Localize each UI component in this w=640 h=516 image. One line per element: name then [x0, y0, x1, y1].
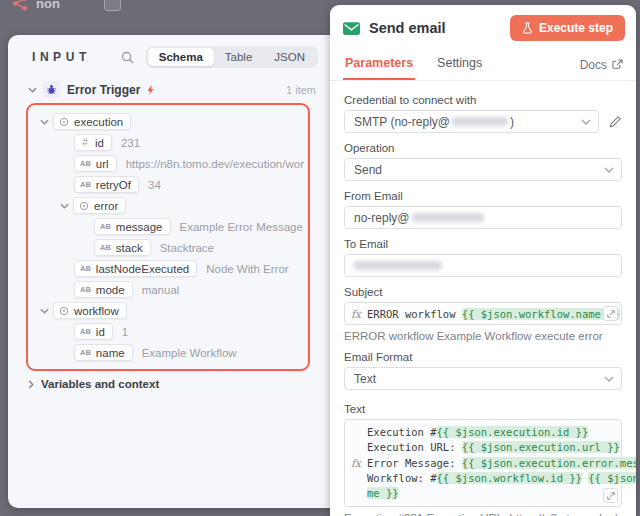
schema-value: Example Workflow	[142, 347, 237, 359]
execute-step-label: Execute step	[539, 21, 613, 35]
input-view-tab-json[interactable]: JSON	[263, 48, 316, 66]
chevron-down-icon	[604, 167, 614, 173]
text-label: Text	[344, 403, 622, 415]
expression-text: execute erro	[620, 308, 622, 320]
to-email-input[interactable]	[344, 254, 622, 277]
string-type-icon: AB	[80, 348, 91, 357]
schema-value: manual	[142, 284, 180, 296]
input-panel: INPUT SchemaTableJSON Error Trigger 1 it…	[8, 35, 330, 508]
expression-text: Error Message:	[367, 457, 462, 469]
chevron-down-icon[interactable]	[60, 203, 69, 209]
lightning-bolt-icon	[146, 84, 155, 96]
string-type-icon: AB	[80, 180, 91, 189]
execute-step-button[interactable]: Execute step	[510, 15, 625, 41]
input-header: INPUT SchemaTableJSON	[8, 35, 330, 72]
chevron-down-icon[interactable]	[40, 308, 49, 314]
docs-link[interactable]: Docs	[580, 58, 623, 72]
subject-expression-input[interactable]: fx ERROR workflow {{ $json.workflow.name…	[344, 302, 622, 325]
item-count: 1 item	[286, 84, 316, 96]
schema-item-stack[interactable]: ABstackStacktrace	[34, 237, 304, 258]
schema-key-pill[interactable]: workflow	[53, 302, 127, 319]
string-type-icon: AB	[80, 159, 91, 168]
canvas-mini-button[interactable]	[104, 0, 121, 11]
schema-key-pill[interactable]: execution	[53, 113, 131, 130]
schema-key-pill[interactable]: ABstack	[94, 239, 151, 256]
schema-value: Example Error Message	[180, 221, 303, 233]
email-format-label: Email Format	[344, 351, 622, 363]
chevron-down-icon	[581, 119, 591, 125]
expression-text: Execution #	[367, 426, 437, 438]
string-type-icon: AB	[80, 285, 91, 294]
expand-expression-icon[interactable]	[603, 488, 618, 503]
schema-key-pill[interactable]: ABurl	[74, 155, 117, 172]
subject-label: Subject	[344, 286, 622, 298]
schema-item-error[interactable]: error	[34, 195, 304, 216]
search-icon[interactable]	[121, 51, 134, 64]
chevron-down-icon	[604, 376, 614, 382]
bug-icon	[43, 81, 60, 98]
tab-settings[interactable]: Settings	[435, 49, 484, 80]
schema-tree: execution#id231ABurlhttps://n8n.tomo.dev…	[26, 103, 310, 371]
schema-item-lastNodeExecuted[interactable]: ABlastNodeExecutedNode With Error	[34, 258, 304, 279]
expression-text: Execution URL:	[367, 441, 462, 453]
parameters-body: Credential to connect with SMTP (no-repl…	[330, 81, 636, 516]
node-header: Send email Execute step	[330, 5, 636, 49]
schema-item-retryOf[interactable]: ABretryOf34	[34, 174, 304, 195]
from-email-label: From Email	[344, 190, 622, 202]
expression-line: Execution #{{ $json.execution.id }}	[367, 425, 636, 440]
schema-item-workflow[interactable]: workflow	[34, 300, 304, 321]
email-format-select[interactable]: Text	[344, 367, 622, 390]
operation-select[interactable]: Send	[344, 158, 622, 181]
input-view-tab-schema[interactable]: Schema	[148, 48, 214, 66]
redacted-from-email	[412, 213, 484, 222]
tab-parameters[interactable]: Parameters	[343, 49, 415, 80]
variables-context-toggle[interactable]: Variables and context	[28, 378, 330, 390]
text-expression-input[interactable]: fx Execution #{{ $json.execution.id }}Ex…	[344, 419, 622, 507]
schema-item-url[interactable]: ABurlhttps://n8n.tomo.dev/execution/work…	[34, 153, 304, 174]
expression-text: ERROR workflow	[367, 308, 462, 320]
schema-key-pill[interactable]: ABlastNodeExecuted	[74, 260, 197, 277]
pencil-icon[interactable]	[608, 115, 622, 129]
schema-item-message[interactable]: ABmessageExample Error Message	[34, 216, 304, 237]
schema-key-label: id	[95, 137, 104, 149]
schema-key-pill[interactable]: ABname	[74, 344, 133, 361]
schema-item-mode[interactable]: ABmodemanual	[34, 279, 304, 300]
chevron-down-icon[interactable]	[40, 119, 49, 125]
schema-item-name[interactable]: ABnameExample Workflow	[34, 342, 304, 363]
trigger-node-label: Error Trigger	[67, 83, 140, 97]
schema-key-label: error	[94, 200, 118, 212]
docs-label: Docs	[580, 58, 607, 72]
schema-value: Stacktrace	[160, 242, 214, 254]
schema-key-pill[interactable]: ABretryOf	[74, 176, 139, 193]
schema-key-pill[interactable]: ABmessage	[94, 218, 171, 235]
envelope-icon	[343, 22, 360, 35]
schema-key-label: workflow	[74, 305, 119, 317]
to-email-label: To Email	[344, 238, 622, 250]
schema-value: 231	[121, 137, 140, 149]
input-view-tab-table[interactable]: Table	[214, 48, 264, 66]
schema-key-label: name	[96, 347, 125, 359]
chevron-down-icon[interactable]	[28, 87, 37, 93]
trigger-node-row[interactable]: Error Trigger 1 item	[28, 81, 316, 98]
workflow-node-icon	[12, 0, 29, 12]
schema-key-pill[interactable]: error	[73, 197, 126, 214]
schema-key-pill[interactable]: ABmode	[74, 281, 133, 298]
expression-line: me }}	[367, 486, 636, 501]
redacted-to-email	[354, 261, 442, 270]
expression-line: Error Message: {{ $json.execution.error.…	[367, 456, 636, 471]
schema-key-label: lastNodeExecuted	[96, 263, 189, 275]
expand-expression-icon[interactable]	[603, 306, 618, 321]
expression-token: {{ $json.workflow.id }}	[437, 472, 582, 484]
expression-token: {{ $json.execution.url }}	[462, 441, 620, 453]
schema-key-pill[interactable]: ABid	[74, 323, 113, 340]
schema-key-pill[interactable]: #id	[74, 134, 112, 151]
schema-value: Node With Error	[206, 263, 288, 275]
from-email-input[interactable]: no-reply@	[344, 206, 622, 229]
input-view-tabs: SchemaTableJSON	[146, 46, 318, 68]
schema-key-label: retryOf	[96, 179, 131, 191]
schema-item-id[interactable]: #id231	[34, 132, 304, 153]
object-type-icon	[59, 306, 69, 316]
schema-item-id[interactable]: ABid1	[34, 321, 304, 342]
credential-select[interactable]: SMTP (no-reply@)	[344, 110, 599, 133]
schema-item-execution[interactable]: execution	[34, 111, 304, 132]
